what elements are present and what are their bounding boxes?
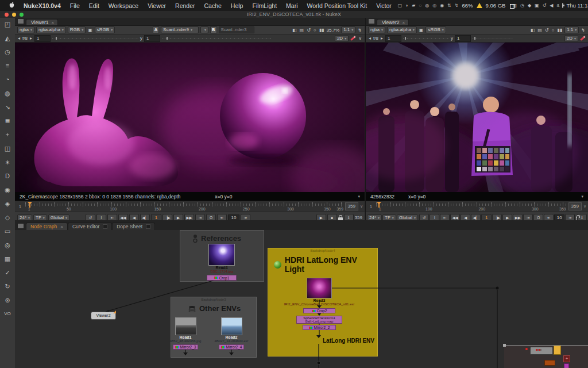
menu-filmlight[interactable]: FilmLight bbox=[247, 2, 281, 9]
node-read2-thumbnail[interactable] bbox=[221, 317, 242, 335]
fstop-inc-icon[interactable]: ▸ bbox=[380, 36, 384, 41]
draw-icon[interactable]: ◭ bbox=[0, 34, 15, 42]
pane-menu-icon[interactable] bbox=[17, 223, 24, 229]
close-icon[interactable] bbox=[146, 224, 150, 229]
channel-icon[interactable]: ≡ bbox=[0, 62, 15, 70]
clock-icon[interactable]: ◷ bbox=[519, 3, 526, 8]
tab-curve-editor[interactable]: Curve Editor bbox=[68, 223, 112, 230]
viewer-lut-dropdown[interactable]: sRGB bbox=[95, 26, 115, 33]
gain-slider[interactable] bbox=[403, 38, 449, 39]
alpha-layer-dropdown[interactable]: rgba.alpha bbox=[36, 26, 66, 33]
node-read3-thumbnail[interactable] bbox=[307, 278, 332, 298]
roi-icon[interactable]: ○ bbox=[313, 28, 317, 33]
node-crop2[interactable]: Crop2 bbox=[303, 308, 335, 313]
node-mirror2-4[interactable]: Mirror2_4 bbox=[219, 344, 244, 350]
memory-usage[interactable]: 9.06 GB bbox=[484, 2, 508, 9]
screen-icon[interactable]: ▢ bbox=[396, 3, 404, 8]
refresh-icon[interactable]: ↺ bbox=[544, 28, 550, 33]
viewer2-timeline-track[interactable]: 1 100 200 300 359 bbox=[376, 202, 567, 210]
chevron-down-icon[interactable]: ▾ bbox=[358, 194, 360, 199]
cluster-node-gray[interactable] bbox=[530, 347, 553, 355]
display-channel-dropdown[interactable]: RGB bbox=[68, 26, 86, 33]
annotate-pencil-icon[interactable] bbox=[580, 36, 586, 41]
pause-icon[interactable]: ▮▮ bbox=[556, 28, 563, 33]
vo-icon[interactable]: VO bbox=[0, 310, 15, 318]
tab-viewer1[interactable]: Viewer1 bbox=[26, 19, 58, 25]
pane-menu-icon[interactable] bbox=[368, 18, 375, 24]
other-icon[interactable]: ▭ bbox=[0, 227, 15, 235]
node-mirror2-2[interactable]: Mirror2_2 bbox=[303, 325, 336, 330]
plugins-icon[interactable]: ◎ bbox=[0, 241, 15, 249]
tab-node-graph[interactable]: Node Graph bbox=[26, 223, 68, 230]
tab-dope-sheet[interactable]: Dope Sheet bbox=[112, 223, 155, 230]
view-mode-dropdown[interactable]: 2D bbox=[335, 35, 349, 42]
bluetooth-icon[interactable]: ß bbox=[555, 3, 562, 8]
cluster-node-orange[interactable] bbox=[544, 360, 555, 366]
close-icon[interactable] bbox=[103, 224, 107, 229]
viewer1-timeline-track[interactable]: 1 50 100 150 200 250 300 350 359 bbox=[25, 202, 343, 210]
input-b-dropdown[interactable]: Scanl..nder3 bbox=[219, 26, 254, 33]
merge-icon[interactable]: ≣ bbox=[0, 117, 15, 125]
stereo-icon[interactable]: ◧ bbox=[530, 28, 536, 33]
menu-cache[interactable]: Cache bbox=[200, 2, 226, 9]
bottom-right-backdrop[interactable]: + bbox=[504, 345, 588, 368]
input-a-chip[interactable]: A bbox=[153, 26, 159, 33]
threed-icon[interactable]: ◫ bbox=[0, 144, 15, 152]
gamma-input[interactable]: 1 bbox=[144, 35, 160, 42]
volume-icon[interactable]: ◀ bbox=[548, 3, 555, 8]
gamma-input[interactable]: 1 bbox=[455, 35, 471, 42]
n-circle-icon[interactable]: ◍ bbox=[423, 3, 431, 8]
fstop-dec-icon[interactable]: ◂ bbox=[368, 36, 372, 41]
chevron-down-icon[interactable]: ▾ bbox=[581, 194, 583, 199]
roi-icon[interactable]: ○ bbox=[551, 28, 555, 33]
proxy-ratio-dropdown[interactable]: 1:1 bbox=[341, 26, 355, 33]
particles-icon[interactable]: ∗ bbox=[0, 158, 15, 166]
node-read4-thumbnail[interactable] bbox=[208, 244, 235, 266]
range-end-box[interactable]: 359 bbox=[568, 202, 582, 210]
time-icon[interactable]: ◷ bbox=[0, 48, 15, 56]
proxy-ratio-dropdown[interactable]: 1:1 bbox=[564, 26, 579, 33]
cluster-node-plus[interactable]: + bbox=[563, 355, 570, 362]
gain-input[interactable]: 1 bbox=[34, 35, 51, 42]
battery-percent[interactable]: 66% bbox=[461, 2, 475, 9]
list-icon[interactable]: ▤ bbox=[537, 28, 543, 33]
zap-icon[interactable]: ↯ bbox=[581, 28, 586, 33]
fstop-inc-icon[interactable]: ▸ bbox=[29, 36, 33, 41]
refresh-icon[interactable]: ↺ bbox=[306, 28, 311, 33]
node-read1-thumbnail[interactable] bbox=[175, 317, 196, 335]
zap-icon[interactable]: ∨ bbox=[358, 36, 362, 41]
node-spherical-transform[interactable]: SphericalTransform1 Ball>LatLong map bbox=[296, 316, 342, 324]
annotate-pencil-icon[interactable] bbox=[350, 36, 356, 41]
image-icon[interactable]: ▦ bbox=[0, 255, 15, 263]
menu-viewer[interactable]: Viewer bbox=[143, 2, 171, 9]
fit-range-icon[interactable]: ∨ bbox=[360, 204, 363, 209]
zap-icon[interactable]: ↯ bbox=[357, 28, 362, 33]
view-mode-dropdown[interactable]: 2D bbox=[564, 35, 578, 42]
camera-icon[interactable]: ◉ bbox=[438, 3, 446, 8]
menu-render[interactable]: Render bbox=[171, 2, 199, 9]
ab-blend-dropdown[interactable] bbox=[200, 26, 208, 33]
node-viewer2[interactable]: Viewer2 bbox=[91, 312, 116, 320]
at-icon[interactable]: ◎ bbox=[431, 3, 438, 8]
menu-mari[interactable]: Mari bbox=[281, 2, 302, 9]
channels-dropdown[interactable]: rgba bbox=[368, 26, 385, 33]
stereo-icon[interactable]: ◧ bbox=[292, 28, 297, 33]
close-icon[interactable] bbox=[403, 20, 405, 25]
node-mirror2-3[interactable]: Mirror2_3 bbox=[173, 344, 198, 350]
pane-icon[interactable]: ◰ bbox=[0, 20, 15, 28]
history-icon[interactable]: ↺ bbox=[541, 3, 548, 8]
keyer-icon[interactable]: ↘ bbox=[0, 103, 15, 111]
channels-dropdown[interactable]: rgba bbox=[17, 26, 34, 33]
box-icon[interactable]: ▣ bbox=[533, 3, 541, 8]
close-icon[interactable] bbox=[60, 224, 63, 229]
circle-icon[interactable]: ◌ bbox=[417, 3, 423, 8]
cycle-icon[interactable]: ↻ bbox=[0, 282, 15, 290]
chat-icon[interactable]: ▰ bbox=[410, 3, 417, 8]
metadata-icon[interactable]: ◈ bbox=[0, 200, 15, 208]
input-a-dropdown[interactable]: Scanl..nder9 bbox=[161, 26, 199, 33]
views-icon[interactable]: ◉ bbox=[0, 186, 15, 194]
cluster-node-selected[interactable] bbox=[554, 346, 561, 355]
fit-range-icon[interactable]: ∨ bbox=[583, 204, 586, 209]
color-icon[interactable]: ◔ bbox=[0, 75, 15, 83]
range-end-box[interactable]: 359 bbox=[345, 202, 358, 210]
